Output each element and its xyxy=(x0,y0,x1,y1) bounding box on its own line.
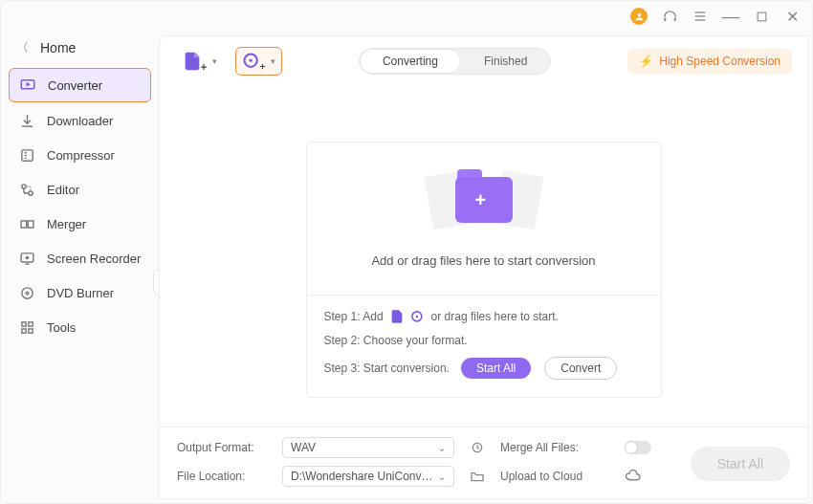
sidebar-item-label: Editor xyxy=(47,183,79,197)
high-speed-label: High Speed Conversion xyxy=(659,55,780,68)
dropzone-top: + Add or drag files here to start conver… xyxy=(307,142,661,295)
maximize-icon[interactable] xyxy=(753,8,770,25)
svg-rect-16 xyxy=(21,321,25,325)
lightning-icon: ⚡ xyxy=(639,55,653,68)
content-area: + Add or drag files here to start conver… xyxy=(160,86,807,427)
main-panel: ▾ ▾ Converting Finished ⚡ High Speed Con… xyxy=(159,35,808,499)
chevron-down-icon: ⌄ xyxy=(438,471,446,482)
headset-icon[interactable] xyxy=(661,8,678,25)
compressor-icon xyxy=(18,146,35,164)
body: 〈 Home Converter Downloader Compress xyxy=(1,32,812,503)
svg-point-23 xyxy=(416,315,419,318)
step3-text: Step 3: Start conversion. xyxy=(324,362,450,375)
step2-text: Step 2: Choose your format. xyxy=(324,334,468,347)
app-window: — ✕ 〈 Home Converter Downloader xyxy=(0,0,813,504)
chevron-down-icon: ▾ xyxy=(212,56,217,66)
dropzone[interactable]: + Add or drag files here to start conver… xyxy=(306,142,662,398)
chevron-left-icon: 〈 xyxy=(16,39,29,56)
sidebar-item-compressor[interactable]: Compressor xyxy=(9,139,151,171)
editor-icon xyxy=(18,181,35,198)
svg-rect-9 xyxy=(21,220,27,227)
step-2: Step 2: Choose your format. xyxy=(324,334,644,347)
merge-label: Merge All Files: xyxy=(500,441,615,454)
minimize-icon[interactable]: — xyxy=(722,8,739,25)
high-speed-conversion-button[interactable]: ⚡ High Speed Conversion xyxy=(627,49,792,74)
svg-point-8 xyxy=(28,190,32,194)
sidebar-item-converter[interactable]: Converter xyxy=(9,68,151,102)
chevron-down-icon: ⌄ xyxy=(438,443,446,453)
cloud-icon[interactable] xyxy=(625,468,682,485)
sidebar-item-downloader[interactable]: Downloader xyxy=(9,104,151,137)
start-all-button[interactable]: Start All xyxy=(691,447,790,481)
sidebar-item-label: DVD Burner xyxy=(47,286,114,300)
svg-point-13 xyxy=(25,255,29,259)
user-avatar-icon[interactable] xyxy=(630,8,648,25)
sidebar-item-editor[interactable]: Editor xyxy=(9,173,151,206)
downloader-icon xyxy=(18,112,35,129)
sidebar-item-label: Merger xyxy=(47,217,86,231)
converter-icon xyxy=(19,77,36,94)
sidebar-item-screen-recorder[interactable]: Screen Recorder xyxy=(9,242,151,274)
sidebar-item-label: Converter xyxy=(48,78,102,93)
dropzone-title: Add or drag files here to start conversi… xyxy=(317,253,651,268)
output-settings-icon[interactable] xyxy=(464,440,491,455)
sidebar-item-label: Screen Recorder xyxy=(47,252,141,266)
folder-illustration: + xyxy=(427,160,541,236)
screen-recorder-icon xyxy=(18,250,35,267)
svg-rect-6 xyxy=(21,149,32,160)
chevron-down-icon: ▾ xyxy=(271,56,275,66)
file-location-label: File Location: xyxy=(177,470,273,483)
sidebar-item-dvd-burner[interactable]: DVD Burner xyxy=(9,276,151,309)
convert-mini-button[interactable]: Convert xyxy=(544,357,617,380)
steps: Step 1: Add or drag files here to start.… xyxy=(307,295,661,397)
svg-point-7 xyxy=(21,184,25,187)
svg-rect-18 xyxy=(21,328,25,332)
home-nav[interactable]: 〈 Home xyxy=(9,35,151,68)
sidebar-item-tools[interactable]: Tools xyxy=(9,311,151,343)
svg-rect-17 xyxy=(28,321,32,325)
file-location-select[interactable]: D:\Wondershare UniConverter 1 ⌄ xyxy=(282,466,454,487)
step1-text-a: Step 1: Add xyxy=(324,310,384,323)
file-location-value: D:\Wondershare UniConverter 1 xyxy=(291,470,434,483)
step-3: Step 3: Start conversion. Start All Conv… xyxy=(324,357,644,380)
output-format-value: WAV xyxy=(291,441,316,454)
tab-converting[interactable]: Converting xyxy=(360,49,461,74)
sidebar: 〈 Home Converter Downloader Compress xyxy=(1,32,159,503)
step-1: Step 1: Add or drag files here to start. xyxy=(324,309,644,324)
status-tabs: Converting Finished xyxy=(359,48,551,75)
sidebar-item-label: Tools xyxy=(47,320,76,335)
merger-icon xyxy=(18,215,35,232)
svg-point-21 xyxy=(250,59,253,62)
upload-cloud-label: Upload to Cloud xyxy=(500,470,615,483)
tools-icon xyxy=(18,318,35,336)
plus-icon: + xyxy=(475,189,487,211)
step1-text-b: or drag files here to start. xyxy=(431,310,559,323)
svg-point-15 xyxy=(26,292,29,295)
toolbar: ▾ ▾ Converting Finished ⚡ High Speed Con… xyxy=(160,36,807,86)
sidebar-item-label: Compressor xyxy=(47,148,115,163)
titlebar: — ✕ xyxy=(1,1,812,32)
svg-rect-10 xyxy=(28,220,33,227)
menu-icon[interactable] xyxy=(692,8,709,25)
svg-marker-5 xyxy=(27,82,32,87)
sidebar-item-merger[interactable]: Merger xyxy=(9,208,151,240)
add-dvd-mini-icon[interactable] xyxy=(410,309,426,324)
tab-finished[interactable]: Finished xyxy=(461,49,550,74)
output-format-select[interactable]: WAV ⌄ xyxy=(282,437,454,458)
add-file-mini-icon[interactable] xyxy=(389,309,405,324)
dvd-burner-icon xyxy=(18,284,35,301)
open-folder-icon[interactable] xyxy=(464,469,491,484)
merge-toggle[interactable] xyxy=(625,441,651,454)
output-format-label: Output Format: xyxy=(177,441,273,454)
close-icon[interactable]: ✕ xyxy=(783,8,801,25)
svg-rect-19 xyxy=(28,328,32,332)
sidebar-item-label: Downloader xyxy=(47,114,113,128)
start-all-mini-button[interactable]: Start All xyxy=(461,358,531,379)
svg-rect-3 xyxy=(758,12,766,21)
home-label: Home xyxy=(40,40,76,55)
add-dvd-button[interactable]: ▾ xyxy=(235,47,282,76)
svg-point-14 xyxy=(21,287,32,297)
add-file-button[interactable]: ▾ xyxy=(175,46,224,77)
